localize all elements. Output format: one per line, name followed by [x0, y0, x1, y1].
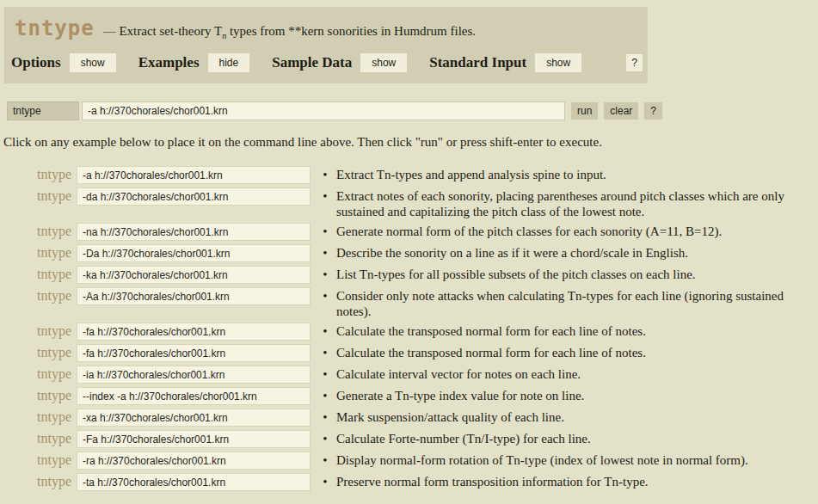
example-program-label: tntype	[0, 166, 77, 183]
example-description: Generate a Tn-type index value for note …	[336, 387, 584, 403]
toolbar: Options show Examples hide Sample Data s…	[4, 40, 648, 83]
example-description: Mark suspension/attack quality of each l…	[336, 409, 564, 425]
instruction-text: Click on any example below to place it o…	[3, 135, 818, 150]
example-program-label: tntype	[0, 473, 77, 490]
example-command-input[interactable]	[77, 344, 311, 362]
bullet-icon: •	[320, 452, 330, 469]
toolbar-group-sample-data: Sample Data show	[272, 53, 407, 72]
example-description: Extract notes of each sonority, placing …	[336, 187, 818, 219]
example-command-input[interactable]	[77, 323, 311, 341]
example-command-input[interactable]	[77, 266, 311, 284]
example-command-input[interactable]	[77, 430, 311, 448]
run-button[interactable]: run	[571, 102, 598, 120]
example-command-input[interactable]	[77, 473, 311, 491]
command-line: run clear ?	[7, 101, 818, 120]
example-row[interactable]: tntype • List Tn-types for all possible …	[0, 266, 818, 284]
example-command-input[interactable]	[77, 187, 311, 206]
toolbar-group-examples: Examples hide	[138, 53, 250, 72]
example-description: Display normal-form rotation of Tn-type …	[336, 452, 748, 468]
bullet-icon: •	[320, 187, 330, 205]
example-command-input[interactable]	[77, 409, 311, 427]
title-row: tntype — Extract set-theory Tn types fro…	[4, 7, 648, 40]
app-title: tntype	[15, 16, 95, 40]
example-program-label: tntype	[0, 223, 77, 240]
example-program-label: tntype	[0, 187, 77, 205]
examples-list: tntype • Extract Tn-types and append ana…	[0, 166, 818, 491]
example-command-input[interactable]	[77, 366, 311, 384]
example-program-label: tntype	[0, 287, 77, 304]
example-row[interactable]: tntype • Display normal-form rotation of…	[0, 452, 818, 470]
example-row[interactable]: tntype • Generate a Tn-type index value …	[0, 387, 818, 405]
example-program-label: tntype	[0, 452, 77, 469]
options-show-button[interactable]: show	[70, 53, 116, 72]
example-row[interactable]: tntype • Mark suspension/attack quality …	[0, 409, 818, 427]
example-description: Preserve normal form transposition infor…	[336, 473, 649, 489]
example-description: Calculate the transposed normal form for…	[336, 323, 646, 339]
app-description-post: types from **kern sonorities in Humdrum …	[226, 24, 476, 38]
example-description: Calculate interval vector for notes on e…	[336, 366, 581, 382]
command-argument-input[interactable]	[82, 101, 565, 120]
example-description: Describe the sonority on a line as if it…	[336, 244, 688, 261]
sample-data-show-button[interactable]: show	[360, 53, 407, 72]
example-command-input[interactable]	[77, 166, 311, 184]
example-row[interactable]: tntype • Calculate the transposed normal…	[0, 344, 818, 362]
example-row[interactable]: tntype • Calculate interval vector for n…	[0, 366, 818, 384]
example-program-label: tntype	[0, 344, 77, 361]
example-description: Calculate the transposed normal form for…	[336, 344, 646, 360]
example-row[interactable]: tntype • Extract Tn-types and append ana…	[0, 166, 818, 184]
example-description: List Tn-types for all possible subsets o…	[336, 266, 696, 282]
examples-label: Examples	[138, 54, 200, 71]
example-row[interactable]: tntype • Consider only note attacks when…	[0, 287, 818, 319]
bullet-icon: •	[320, 287, 330, 304]
bullet-icon: •	[320, 409, 330, 426]
bullet-icon: •	[320, 323, 330, 340]
example-row[interactable]: tntype • Extract notes of each sonority,…	[0, 187, 818, 219]
example-program-label: tntype	[0, 323, 77, 340]
example-command-input[interactable]	[77, 287, 311, 305]
example-command-input[interactable]	[77, 223, 311, 241]
example-description: Generate normal form of the pitch classe…	[336, 223, 722, 239]
app-description-pre: Extract set-theory T	[116, 24, 222, 38]
standard-input-show-button[interactable]: show	[535, 53, 581, 72]
examples-hide-button[interactable]: hide	[208, 53, 250, 72]
options-label: Options	[11, 54, 61, 71]
bullet-icon: •	[320, 223, 330, 240]
app-description: — Extract set-theory Tn types from **ker…	[103, 24, 476, 38]
command-help-button[interactable]: ?	[644, 102, 662, 120]
bullet-icon: •	[320, 244, 330, 261]
bullet-icon: •	[320, 266, 330, 283]
toolbar-group-options: Options show	[11, 53, 116, 72]
example-row[interactable]: tntype • Describe the sonority on a line…	[0, 244, 818, 262]
example-description: Consider only note attacks when calculat…	[336, 287, 818, 319]
bullet-icon: •	[320, 473, 330, 490]
example-program-label: tntype	[0, 430, 77, 447]
toolbar-help-button[interactable]: ?	[626, 54, 643, 71]
bullet-icon: •	[320, 366, 330, 383]
bullet-icon: •	[320, 430, 330, 447]
example-command-input[interactable]	[77, 387, 311, 405]
example-row[interactable]: tntype • Calculate the transposed normal…	[0, 323, 818, 341]
example-description: Calculate Forte-number (Tn/I-type) for e…	[336, 430, 591, 446]
example-program-label: tntype	[0, 244, 77, 261]
page: { "header": { "title": "tntype", "separa…	[0, 0, 818, 504]
example-command-input[interactable]	[77, 452, 311, 470]
example-row[interactable]: tntype • Generate normal form of the pit…	[0, 223, 818, 241]
standard-input-label: Standard Input	[429, 54, 526, 71]
bullet-icon: •	[320, 166, 330, 183]
example-program-label: tntype	[0, 366, 77, 383]
sample-data-label: Sample Data	[272, 54, 352, 71]
example-program-label: tntype	[0, 387, 77, 404]
clear-button[interactable]: clear	[604, 102, 638, 120]
dash-separator: —	[103, 24, 116, 38]
header-panel: tntype — Extract set-theory Tn types fro…	[4, 7, 648, 83]
example-row[interactable]: tntype • Calculate Forte-number (Tn/I-ty…	[0, 430, 818, 448]
example-program-label: tntype	[0, 409, 77, 426]
example-program-label: tntype	[0, 266, 77, 283]
example-description: Extract Tn-types and append analysis spi…	[336, 166, 606, 182]
toolbar-group-standard-input: Standard Input show	[429, 53, 581, 72]
example-row[interactable]: tntype • Preserve normal form transposit…	[0, 473, 818, 491]
example-command-input[interactable]	[77, 244, 311, 262]
bullet-icon: •	[320, 344, 330, 361]
bullet-icon: •	[320, 387, 330, 404]
program-name-input[interactable]	[7, 101, 79, 120]
